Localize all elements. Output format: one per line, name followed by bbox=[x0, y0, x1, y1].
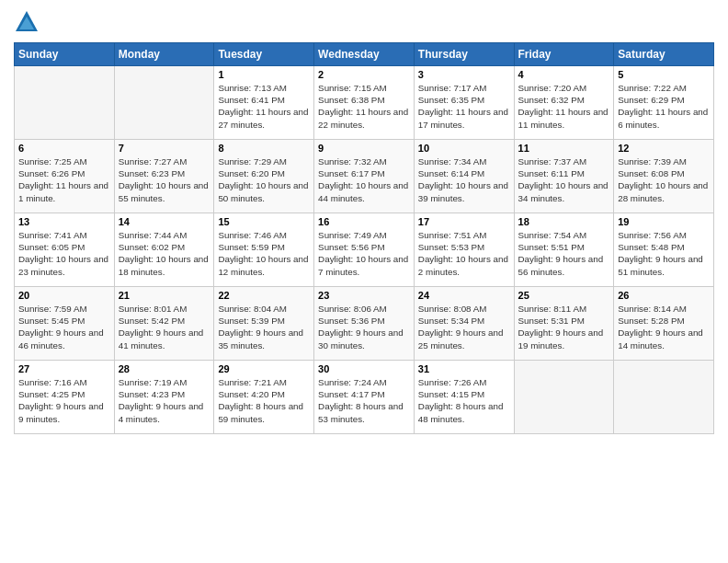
day-info: Sunrise: 7:51 AM Sunset: 5:53 PM Dayligh… bbox=[418, 229, 510, 278]
day-info: Sunrise: 7:44 AM Sunset: 6:02 PM Dayligh… bbox=[119, 229, 210, 278]
day-info: Sunrise: 8:01 AM Sunset: 5:42 PM Dayligh… bbox=[119, 303, 210, 351]
day-number: 5 bbox=[618, 69, 710, 80]
day-info: Sunrise: 7:41 AM Sunset: 6:05 PM Dayligh… bbox=[18, 229, 110, 278]
day-cell: 14Sunrise: 7:44 AM Sunset: 6:02 PM Dayli… bbox=[114, 213, 214, 287]
header-cell-tuesday: Tuesday bbox=[214, 43, 314, 66]
day-info: Sunrise: 7:34 AM Sunset: 6:14 PM Dayligh… bbox=[418, 155, 510, 204]
day-number: 15 bbox=[218, 216, 310, 227]
day-cell: 4Sunrise: 7:20 AM Sunset: 6:32 PM Daylig… bbox=[514, 66, 614, 140]
week-row-2: 6Sunrise: 7:25 AM Sunset: 6:26 PM Daylig… bbox=[15, 140, 714, 213]
day-info: Sunrise: 7:15 AM Sunset: 6:38 PM Dayligh… bbox=[318, 82, 410, 131]
header-cell-monday: Monday bbox=[114, 43, 214, 66]
day-cell: 2Sunrise: 7:15 AM Sunset: 6:38 PM Daylig… bbox=[314, 66, 415, 140]
day-cell: 24Sunrise: 8:08 AM Sunset: 5:34 PM Dayli… bbox=[414, 287, 514, 361]
header-cell-saturday: Saturday bbox=[614, 43, 714, 66]
calendar-table: SundayMondayTuesdayWednesdayThursdayFrid… bbox=[14, 42, 714, 434]
day-number: 7 bbox=[119, 143, 210, 154]
day-cell: 7Sunrise: 7:27 AM Sunset: 6:23 PM Daylig… bbox=[114, 140, 214, 213]
day-number: 6 bbox=[18, 143, 110, 154]
day-cell: 19Sunrise: 7:56 AM Sunset: 5:48 PM Dayli… bbox=[614, 213, 714, 287]
day-number: 22 bbox=[218, 290, 310, 301]
day-info: Sunrise: 7:46 AM Sunset: 5:59 PM Dayligh… bbox=[218, 229, 310, 278]
day-number: 3 bbox=[418, 69, 510, 80]
day-number: 16 bbox=[318, 216, 410, 227]
day-number: 14 bbox=[119, 216, 210, 227]
day-number: 24 bbox=[418, 290, 510, 301]
day-number: 9 bbox=[318, 143, 410, 154]
day-info: Sunrise: 7:20 AM Sunset: 6:32 PM Dayligh… bbox=[518, 82, 610, 131]
header-cell-sunday: Sunday bbox=[15, 43, 115, 66]
header-row: SundayMondayTuesdayWednesdayThursdayFrid… bbox=[15, 43, 714, 66]
day-info: Sunrise: 7:32 AM Sunset: 6:17 PM Dayligh… bbox=[318, 155, 410, 204]
day-cell: 6Sunrise: 7:25 AM Sunset: 6:26 PM Daylig… bbox=[15, 140, 115, 213]
day-cell: 3Sunrise: 7:17 AM Sunset: 6:35 PM Daylig… bbox=[414, 66, 514, 140]
day-cell bbox=[614, 361, 714, 434]
day-number: 13 bbox=[18, 216, 110, 227]
day-info: Sunrise: 7:39 AM Sunset: 6:08 PM Dayligh… bbox=[618, 155, 710, 204]
day-cell: 15Sunrise: 7:46 AM Sunset: 5:59 PM Dayli… bbox=[214, 213, 314, 287]
day-info: Sunrise: 7:25 AM Sunset: 6:26 PM Dayligh… bbox=[18, 155, 110, 204]
day-number: 25 bbox=[518, 290, 610, 301]
day-cell: 26Sunrise: 8:14 AM Sunset: 5:28 PM Dayli… bbox=[614, 287, 714, 361]
day-cell: 17Sunrise: 7:51 AM Sunset: 5:53 PM Dayli… bbox=[414, 213, 514, 287]
day-info: Sunrise: 7:37 AM Sunset: 6:11 PM Dayligh… bbox=[518, 155, 610, 204]
day-cell: 22Sunrise: 8:04 AM Sunset: 5:39 PM Dayli… bbox=[214, 287, 314, 361]
day-number: 21 bbox=[119, 290, 210, 301]
day-number: 17 bbox=[418, 216, 510, 227]
day-info: Sunrise: 8:08 AM Sunset: 5:34 PM Dayligh… bbox=[418, 303, 510, 351]
day-info: Sunrise: 7:27 AM Sunset: 6:23 PM Dayligh… bbox=[119, 155, 210, 204]
day-number: 27 bbox=[18, 363, 110, 374]
day-cell: 30Sunrise: 7:24 AM Sunset: 4:17 PM Dayli… bbox=[314, 361, 415, 434]
day-info: Sunrise: 8:04 AM Sunset: 5:39 PM Dayligh… bbox=[218, 303, 310, 351]
day-info: Sunrise: 7:16 AM Sunset: 4:25 PM Dayligh… bbox=[18, 376, 110, 425]
day-info: Sunrise: 7:17 AM Sunset: 6:35 PM Dayligh… bbox=[418, 82, 510, 131]
week-row-1: 1Sunrise: 7:13 AM Sunset: 6:41 PM Daylig… bbox=[15, 66, 714, 140]
day-info: Sunrise: 7:24 AM Sunset: 4:17 PM Dayligh… bbox=[318, 376, 410, 425]
day-cell: 29Sunrise: 7:21 AM Sunset: 4:20 PM Dayli… bbox=[214, 361, 314, 434]
header-cell-wednesday: Wednesday bbox=[314, 43, 415, 66]
day-number: 23 bbox=[318, 290, 410, 301]
day-number: 19 bbox=[618, 216, 710, 227]
day-cell: 23Sunrise: 8:06 AM Sunset: 5:36 PM Dayli… bbox=[314, 287, 415, 361]
day-cell: 25Sunrise: 8:11 AM Sunset: 5:31 PM Dayli… bbox=[514, 287, 614, 361]
day-info: Sunrise: 8:11 AM Sunset: 5:31 PM Dayligh… bbox=[518, 303, 610, 351]
day-number: 4 bbox=[518, 69, 610, 80]
day-info: Sunrise: 7:22 AM Sunset: 6:29 PM Dayligh… bbox=[618, 82, 710, 131]
day-cell: 20Sunrise: 7:59 AM Sunset: 5:45 PM Dayli… bbox=[15, 287, 115, 361]
week-row-4: 20Sunrise: 7:59 AM Sunset: 5:45 PM Dayli… bbox=[15, 287, 714, 361]
day-number: 8 bbox=[218, 143, 310, 154]
day-cell bbox=[514, 361, 614, 434]
day-number: 1 bbox=[218, 69, 310, 80]
day-cell bbox=[15, 66, 115, 140]
day-cell: 1Sunrise: 7:13 AM Sunset: 6:41 PM Daylig… bbox=[214, 66, 314, 140]
header bbox=[14, 9, 714, 35]
day-number: 20 bbox=[18, 290, 110, 301]
week-row-3: 13Sunrise: 7:41 AM Sunset: 6:05 PM Dayli… bbox=[15, 213, 714, 287]
day-info: Sunrise: 7:26 AM Sunset: 4:15 PM Dayligh… bbox=[418, 376, 510, 425]
day-cell: 28Sunrise: 7:19 AM Sunset: 4:23 PM Dayli… bbox=[114, 361, 214, 434]
day-number: 29 bbox=[218, 363, 310, 374]
day-cell: 8Sunrise: 7:29 AM Sunset: 6:20 PM Daylig… bbox=[214, 140, 314, 213]
day-number: 31 bbox=[418, 363, 510, 374]
day-info: Sunrise: 7:19 AM Sunset: 4:23 PM Dayligh… bbox=[119, 376, 210, 425]
logo-icon bbox=[14, 9, 40, 35]
day-number: 2 bbox=[318, 69, 410, 80]
day-cell: 10Sunrise: 7:34 AM Sunset: 6:14 PM Dayli… bbox=[414, 140, 514, 213]
day-info: Sunrise: 7:56 AM Sunset: 5:48 PM Dayligh… bbox=[618, 229, 710, 278]
day-info: Sunrise: 7:59 AM Sunset: 5:45 PM Dayligh… bbox=[18, 303, 110, 351]
day-number: 10 bbox=[418, 143, 510, 154]
day-cell: 12Sunrise: 7:39 AM Sunset: 6:08 PM Dayli… bbox=[614, 140, 714, 213]
day-cell: 11Sunrise: 7:37 AM Sunset: 6:11 PM Dayli… bbox=[514, 140, 614, 213]
day-cell: 27Sunrise: 7:16 AM Sunset: 4:25 PM Dayli… bbox=[15, 361, 115, 434]
day-cell: 16Sunrise: 7:49 AM Sunset: 5:56 PM Dayli… bbox=[314, 213, 415, 287]
day-cell: 5Sunrise: 7:22 AM Sunset: 6:29 PM Daylig… bbox=[614, 66, 714, 140]
day-cell: 31Sunrise: 7:26 AM Sunset: 4:15 PM Dayli… bbox=[414, 361, 514, 434]
day-number: 30 bbox=[318, 363, 410, 374]
header-cell-thursday: Thursday bbox=[414, 43, 514, 66]
day-info: Sunrise: 7:21 AM Sunset: 4:20 PM Dayligh… bbox=[218, 376, 310, 425]
day-info: Sunrise: 8:14 AM Sunset: 5:28 PM Dayligh… bbox=[618, 303, 710, 351]
day-cell: 13Sunrise: 7:41 AM Sunset: 6:05 PM Dayli… bbox=[15, 213, 115, 287]
day-number: 26 bbox=[618, 290, 710, 301]
day-info: Sunrise: 8:06 AM Sunset: 5:36 PM Dayligh… bbox=[318, 303, 410, 351]
day-info: Sunrise: 7:49 AM Sunset: 5:56 PM Dayligh… bbox=[318, 229, 410, 278]
